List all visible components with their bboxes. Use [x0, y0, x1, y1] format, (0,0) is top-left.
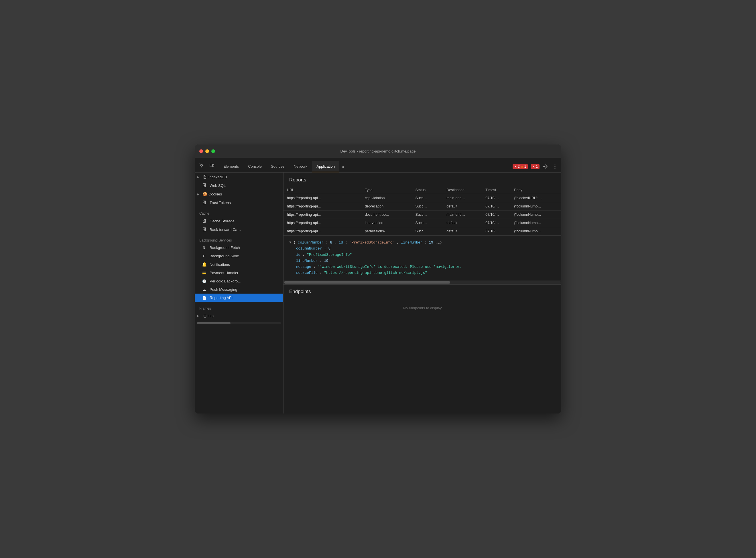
tab-network[interactable]: Network [289, 161, 312, 172]
cell-url: https://reporting-api… [284, 219, 361, 227]
close-button[interactable] [199, 149, 203, 153]
cell-destination: default [443, 202, 482, 211]
cell-url: https://reporting-api… [284, 227, 361, 235]
cell-destination: main-end… [443, 194, 482, 202]
cell-body: {"columnNumb… [511, 219, 561, 227]
tab-bar: Elements Console Sources Network Applica… [195, 158, 561, 173]
sidebar-hscrollbar[interactable] [197, 322, 281, 324]
maximize-button[interactable] [211, 149, 215, 153]
tab-console[interactable]: Console [243, 161, 266, 172]
cell-status: Succ… [412, 219, 443, 227]
database-icon: 🗄 [202, 175, 207, 179]
doc-icon: 📄 [202, 296, 207, 300]
svg-rect-0 [210, 164, 213, 167]
sidebar-hscrollbar-thumb[interactable] [197, 322, 230, 324]
sidebar-item-websql[interactable]: 🗄 Web SQL [195, 181, 283, 190]
database-icon2: 🗄 [202, 183, 207, 188]
table-row[interactable]: https://reporting-api… deprecation Succ…… [284, 202, 561, 211]
table-row[interactable]: https://reporting-api… csp-violation Suc… [284, 194, 561, 202]
col-type: Type [361, 186, 412, 194]
svg-point-2 [545, 166, 546, 168]
cell-timestamp: 07/10/… [482, 202, 511, 211]
svg-rect-1 [213, 164, 214, 166]
devtools-window: DevTools - reporting-api-demo.glitch.me/… [195, 145, 561, 413]
clock-icon: 🕐 [202, 279, 207, 283]
hscrollbar-track[interactable] [284, 281, 561, 284]
detail-message: message : "'window.webkitStorageInfo' is… [289, 264, 556, 270]
cell-body: {"columnNumb… [511, 211, 561, 219]
card-icon: 💳 [202, 271, 207, 275]
sidebar-item-reporting-api[interactable]: 📄 Reporting API [195, 294, 283, 302]
detail-line-number: lineNumber : 19 [289, 258, 556, 264]
hscrollbar-thumb[interactable] [284, 281, 450, 284]
sidebar-item-frames-top[interactable]: ▶ ▢ top [195, 312, 283, 320]
sidebar-item-push-messaging[interactable]: ☁ Push Messaging [195, 285, 283, 294]
main-content: ▶ 🗄 IndexedDB 🗄 Web SQL ▶ 🍪 Cookies 🗄 Tr… [195, 173, 561, 413]
sidebar-item-cookies[interactable]: ▶ 🍪 Cookies [195, 190, 283, 198]
cell-type: permissions-… [361, 227, 412, 235]
cell-destination: default [443, 219, 482, 227]
more-options-icon[interactable] [551, 162, 559, 171]
cell-timestamp: 07/10/… [482, 211, 511, 219]
sidebar-item-cache-storage[interactable]: 🗄 Cache Storage [195, 217, 283, 225]
sidebar-item-back-forward[interactable]: 🗄 Back-forward Ca… [195, 225, 283, 234]
sync-icon: ↻ [202, 254, 207, 258]
detail-column-number: columnNumber : 8 [289, 246, 556, 252]
cell-timestamp: 07/10/… [482, 194, 511, 202]
tab-application[interactable]: Application [312, 161, 339, 172]
warn-icon: ⚠ [520, 165, 523, 169]
reports-table-container[interactable]: URL Type Status Destination Timest… Body… [284, 186, 561, 235]
cell-type: csp-violation [361, 194, 412, 202]
cell-destination: main-end… [443, 211, 482, 219]
window-icon: ▢ [202, 314, 207, 318]
table-row[interactable]: https://reporting-api… document-po… Succ… [284, 211, 561, 219]
settings-icon[interactable] [541, 162, 549, 171]
tab-bar-right: ✕ 2 ⚠ 1 ✕ 1 [513, 162, 559, 171]
device-icon[interactable] [207, 161, 217, 170]
cell-status: Succ… [412, 202, 443, 211]
svg-point-5 [555, 168, 556, 169]
minimize-button[interactable] [205, 149, 209, 153]
error2-badge[interactable]: ✕ 1 [531, 164, 539, 169]
svg-point-3 [555, 164, 556, 166]
db-icon4: 🗄 [202, 227, 207, 232]
cell-url: https://reporting-api… [284, 211, 361, 219]
upload-icon: ⇅ [202, 246, 207, 250]
window-title: DevTools - reporting-api-demo.glitch.me/… [340, 149, 416, 153]
cell-timestamp: 07/10/… [482, 227, 511, 235]
sidebar-item-payment[interactable]: 💳 Payment Handler [195, 269, 283, 277]
cell-status: Succ… [412, 194, 443, 202]
table-row[interactable]: https://reporting-api… permissions-… Suc… [284, 227, 561, 235]
sidebar-item-indexeddb[interactable]: ▶ 🗄 IndexedDB [195, 173, 283, 181]
bg-services-label: Background Services [195, 234, 283, 244]
sidebar-item-periodic-bg[interactable]: 🕐 Periodic Backgro… [195, 277, 283, 285]
sidebar-item-notifications[interactable]: 🔔 Notifications [195, 260, 283, 269]
cell-destination: default [443, 227, 482, 235]
error-x-icon: ✕ [514, 165, 517, 169]
sidebar: ▶ 🗄 IndexedDB 🗄 Web SQL ▶ 🍪 Cookies 🗄 Tr… [195, 173, 284, 413]
collapse-icon[interactable]: ▼ [289, 240, 294, 245]
cell-type: intervention [361, 219, 412, 227]
cloud-icon: ☁ [202, 287, 207, 291]
db-icon3: 🗄 [202, 200, 207, 205]
cell-status: Succ… [412, 227, 443, 235]
error-badge[interactable]: ✕ 2 ⚠ 1 [513, 164, 528, 169]
traffic-lights [199, 149, 215, 153]
error2-x-icon: ✕ [532, 165, 535, 169]
sidebar-item-bg-sync[interactable]: ↻ Background Sync [195, 252, 283, 260]
col-destination: Destination [443, 186, 482, 194]
table-row[interactable]: https://reporting-api… intervention Succ… [284, 219, 561, 227]
sidebar-item-trust-tokens[interactable]: 🗄 Trust Tokens [195, 198, 283, 207]
tab-sources[interactable]: Sources [266, 161, 289, 172]
cell-body: {"columnNumb… [511, 202, 561, 211]
tab-more-button[interactable]: » [339, 161, 347, 172]
sidebar-item-bg-fetch[interactable]: ⇅ Background Fetch [195, 244, 283, 252]
col-url: URL [284, 186, 361, 194]
detail-panel: ▼ { columnNumber : 8 , id : "PrefixedSto… [284, 235, 561, 280]
endpoints-title: Endpoints [284, 284, 561, 298]
inspect-icon[interactable] [197, 161, 206, 170]
svg-point-4 [555, 166, 556, 167]
cell-timestamp: 07/10/… [482, 219, 511, 227]
tab-elements[interactable]: Elements [219, 161, 243, 172]
endpoints-section: Endpoints No endpoints to display [284, 284, 561, 318]
